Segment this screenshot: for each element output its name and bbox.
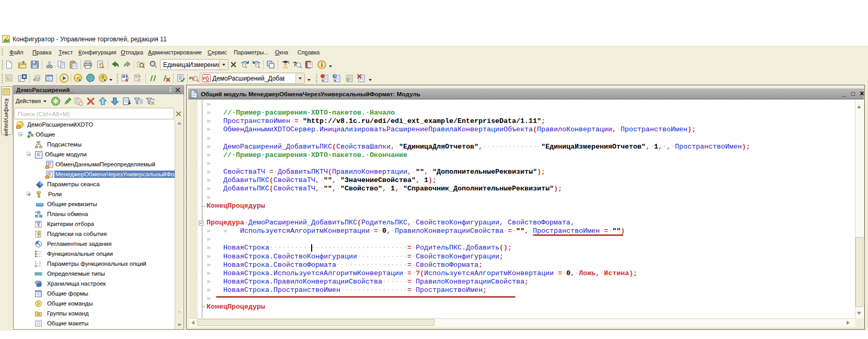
svg-text:(...): (...) [35, 261, 41, 265]
svg-text:C: C [138, 78, 141, 82]
svg-text:?: ? [334, 74, 336, 78]
svg-text:Я: Я [135, 75, 138, 78]
svg-text:A: A [125, 74, 128, 78]
svg-text:Р(): Р() [203, 76, 209, 81]
svg-text:A: A [138, 74, 141, 78]
svg-text:Я: Я [122, 75, 125, 78]
svg-text:B: B [125, 78, 128, 82]
